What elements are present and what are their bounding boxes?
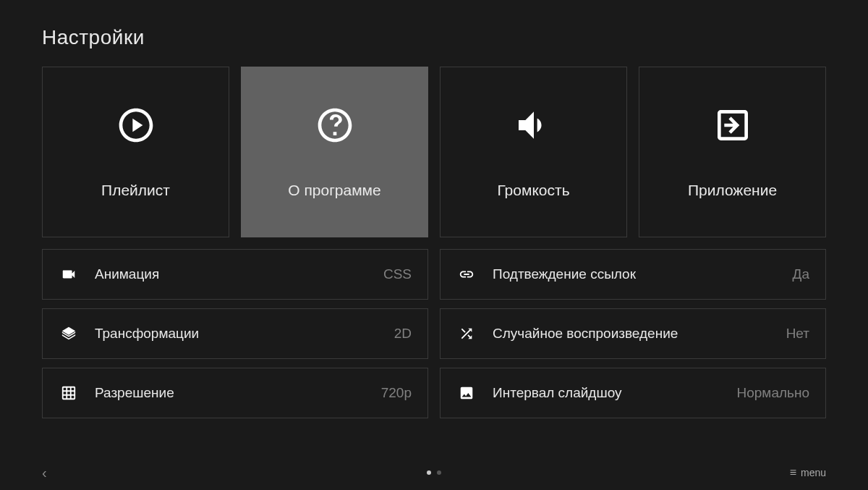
volume-icon bbox=[514, 105, 554, 145]
option-transforms[interactable]: Трансформации 2D bbox=[42, 308, 428, 359]
page-dots bbox=[427, 470, 441, 475]
option-value: Да bbox=[793, 266, 809, 282]
option-label: Трансформации bbox=[95, 326, 394, 342]
option-label: Анимация bbox=[95, 266, 383, 282]
dot bbox=[437, 470, 441, 475]
link-icon bbox=[456, 266, 477, 282]
image-icon bbox=[456, 385, 477, 401]
play-circle-icon bbox=[116, 105, 156, 145]
camera-icon bbox=[59, 266, 79, 282]
tile-application[interactable]: Приложение bbox=[639, 67, 826, 237]
menu-label: menu bbox=[801, 467, 826, 478]
help-circle-icon bbox=[315, 105, 355, 145]
hamburger-icon: ≡ bbox=[790, 466, 796, 479]
option-value: Нет bbox=[786, 326, 809, 342]
shuffle-icon bbox=[456, 326, 477, 342]
option-label: Подтвеждение ссылок bbox=[493, 266, 793, 282]
option-label: Разрешение bbox=[95, 385, 381, 401]
dot-active bbox=[427, 470, 431, 475]
back-button[interactable]: ‹ bbox=[42, 465, 47, 481]
exit-icon bbox=[712, 105, 753, 145]
option-slideshow-interval[interactable]: Интервал слайдшоу Нормально bbox=[440, 368, 826, 418]
page-title: Настройки bbox=[42, 26, 826, 49]
tile-row: Плейлист О программе Громкость Приложени… bbox=[42, 67, 826, 237]
tile-label: Приложение bbox=[688, 182, 777, 199]
menu-button[interactable]: ≡ menu bbox=[790, 466, 826, 479]
option-value: 720p bbox=[381, 385, 412, 401]
option-resolution[interactable]: Разрешение 720p bbox=[42, 368, 428, 418]
options-grid: Анимация CSS Подтвеждение ссылок Да Тран… bbox=[42, 249, 826, 418]
option-value: 2D bbox=[394, 326, 412, 342]
option-shuffle[interactable]: Случайное воспроизведение Нет bbox=[440, 308, 826, 359]
tile-label: Громкость bbox=[497, 182, 569, 199]
footer: ‹ ≡ menu bbox=[0, 460, 868, 486]
option-label: Случайное воспроизведение bbox=[493, 326, 786, 342]
grid-icon bbox=[59, 385, 79, 401]
layers-icon bbox=[59, 326, 79, 342]
option-link-confirm[interactable]: Подтвеждение ссылок Да bbox=[440, 249, 826, 300]
option-label: Интервал слайдшоу bbox=[493, 385, 736, 401]
tile-label: О программе bbox=[288, 182, 380, 199]
tile-label: Плейлист bbox=[101, 182, 170, 199]
tile-volume[interactable]: Громкость bbox=[440, 67, 627, 237]
tile-about[interactable]: О программе bbox=[241, 67, 428, 237]
option-animation[interactable]: Анимация CSS bbox=[42, 249, 428, 300]
option-value: CSS bbox=[383, 266, 412, 282]
tile-playlist[interactable]: Плейлист bbox=[42, 67, 229, 237]
option-value: Нормально bbox=[736, 385, 809, 401]
